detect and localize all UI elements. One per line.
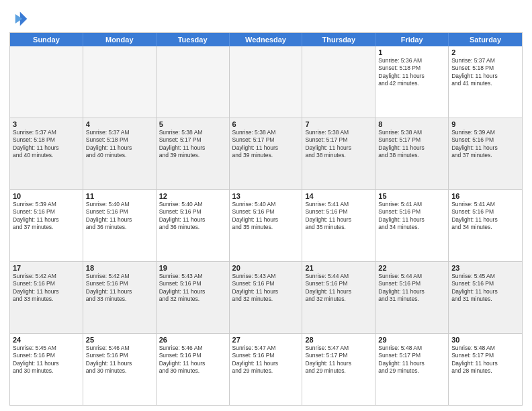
- day-info: Sunrise: 5:37 AMSunset: 5:18 PMDaylight:…: [451, 57, 519, 88]
- calendar-cell: 14Sunrise: 5:41 AMSunset: 5:16 PMDayligh…: [302, 190, 375, 261]
- header-day-tuesday: Tuesday: [157, 33, 230, 46]
- day-info: Sunrise: 5:47 AMSunset: 5:16 PMDaylight:…: [232, 345, 300, 375]
- calendar-cell: 23Sunrise: 5:45 AMSunset: 5:16 PMDayligh…: [449, 262, 522, 333]
- calendar-cell: 29Sunrise: 5:48 AMSunset: 5:17 PMDayligh…: [375, 334, 449, 405]
- calendar-cell: 3Sunrise: 5:37 AMSunset: 5:18 PMDaylight…: [10, 118, 83, 189]
- calendar-cell: 1Sunrise: 5:36 AMSunset: 5:18 PMDaylight…: [375, 46, 449, 118]
- day-info: Sunrise: 5:41 AMSunset: 5:16 PMDaylight:…: [305, 201, 372, 232]
- day-number: 8: [378, 120, 445, 128]
- day-info: Sunrise: 5:40 AMSunset: 5:16 PMDaylight:…: [86, 201, 153, 232]
- header-day-wednesday: Wednesday: [230, 33, 303, 46]
- calendar-row-4: 17Sunrise: 5:42 AMSunset: 5:16 PMDayligh…: [10, 261, 522, 333]
- calendar-cell: 18Sunrise: 5:42 AMSunset: 5:16 PMDayligh…: [83, 262, 157, 333]
- header-day-monday: Monday: [83, 33, 157, 46]
- day-info: Sunrise: 5:38 AMSunset: 5:17 PMDaylight:…: [305, 129, 372, 160]
- calendar-cell: 6Sunrise: 5:38 AMSunset: 5:17 PMDaylight…: [230, 118, 303, 189]
- day-number: 17: [13, 264, 80, 272]
- day-number: 9: [451, 120, 519, 128]
- calendar-cell: 17Sunrise: 5:42 AMSunset: 5:16 PMDayligh…: [10, 262, 83, 333]
- day-info: Sunrise: 5:40 AMSunset: 5:16 PMDaylight:…: [232, 201, 300, 232]
- day-number: 25: [86, 336, 153, 344]
- header-day-sunday: Sunday: [10, 33, 83, 46]
- calendar-cell: 4Sunrise: 5:37 AMSunset: 5:18 PMDaylight…: [83, 118, 157, 189]
- calendar-cell: 24Sunrise: 5:45 AMSunset: 5:16 PMDayligh…: [10, 334, 83, 405]
- day-info: Sunrise: 5:38 AMSunset: 5:17 PMDaylight:…: [159, 129, 226, 160]
- calendar-cell: 2Sunrise: 5:37 AMSunset: 5:18 PMDaylight…: [449, 46, 522, 118]
- header-day-thursday: Thursday: [302, 33, 375, 46]
- calendar-cell: 28Sunrise: 5:47 AMSunset: 5:17 PMDayligh…: [302, 334, 375, 405]
- calendar-cell: 10Sunrise: 5:39 AMSunset: 5:16 PMDayligh…: [10, 190, 83, 261]
- day-info: Sunrise: 5:45 AMSunset: 5:16 PMDaylight:…: [13, 345, 80, 375]
- day-info: Sunrise: 5:48 AMSunset: 5:17 PMDaylight:…: [451, 345, 519, 375]
- calendar-row-5: 24Sunrise: 5:45 AMSunset: 5:16 PMDayligh…: [10, 333, 522, 405]
- calendar-row-1: 1Sunrise: 5:36 AMSunset: 5:18 PMDaylight…: [10, 46, 522, 118]
- calendar-cell: 26Sunrise: 5:46 AMSunset: 5:16 PMDayligh…: [157, 334, 230, 405]
- day-number: 18: [86, 264, 153, 272]
- day-info: Sunrise: 5:42 AMSunset: 5:16 PMDaylight:…: [13, 273, 80, 304]
- day-number: 16: [451, 192, 519, 200]
- day-info: Sunrise: 5:44 AMSunset: 5:16 PMDaylight:…: [305, 273, 372, 304]
- day-info: Sunrise: 5:46 AMSunset: 5:16 PMDaylight:…: [86, 345, 153, 375]
- calendar-cell: 9Sunrise: 5:39 AMSunset: 5:16 PMDaylight…: [449, 118, 522, 189]
- day-number: 29: [378, 336, 445, 344]
- day-number: 22: [378, 264, 445, 272]
- calendar-cell: [230, 46, 303, 118]
- day-info: Sunrise: 5:43 AMSunset: 5:16 PMDaylight:…: [159, 273, 226, 304]
- day-number: 28: [305, 336, 372, 344]
- calendar-cell: 30Sunrise: 5:48 AMSunset: 5:17 PMDayligh…: [449, 334, 522, 405]
- day-number: 20: [232, 264, 300, 272]
- day-number: 21: [305, 264, 372, 272]
- day-number: 2: [451, 48, 519, 56]
- day-info: Sunrise: 5:41 AMSunset: 5:16 PMDaylight:…: [451, 201, 519, 232]
- calendar-cell: 27Sunrise: 5:47 AMSunset: 5:16 PMDayligh…: [230, 334, 303, 405]
- calendar-cell: 12Sunrise: 5:40 AMSunset: 5:16 PMDayligh…: [157, 190, 230, 261]
- day-number: 30: [451, 336, 519, 344]
- calendar-cell: 19Sunrise: 5:43 AMSunset: 5:16 PMDayligh…: [157, 262, 230, 333]
- day-number: 23: [451, 264, 519, 272]
- calendar-cell: 5Sunrise: 5:38 AMSunset: 5:17 PMDaylight…: [157, 118, 230, 189]
- calendar-body: 1Sunrise: 5:36 AMSunset: 5:18 PMDaylight…: [10, 46, 522, 405]
- day-info: Sunrise: 5:37 AMSunset: 5:18 PMDaylight:…: [13, 129, 80, 160]
- day-info: Sunrise: 5:43 AMSunset: 5:16 PMDaylight:…: [232, 273, 300, 304]
- logo-icon: [9, 9, 28, 28]
- calendar-cell: 22Sunrise: 5:44 AMSunset: 5:16 PMDayligh…: [375, 262, 449, 333]
- header-day-saturday: Saturday: [449, 33, 522, 46]
- calendar-cell: 16Sunrise: 5:41 AMSunset: 5:16 PMDayligh…: [449, 190, 522, 261]
- day-number: 19: [159, 264, 226, 272]
- calendar-cell: 15Sunrise: 5:41 AMSunset: 5:16 PMDayligh…: [375, 190, 449, 261]
- day-number: 1: [378, 48, 445, 56]
- calendar-header: SundayMondayTuesdayWednesdayThursdayFrid…: [10, 33, 522, 46]
- header: [9, 7, 523, 28]
- day-info: Sunrise: 5:48 AMSunset: 5:17 PMDaylight:…: [378, 345, 445, 375]
- day-number: 13: [232, 192, 300, 200]
- day-number: 14: [305, 192, 372, 200]
- day-info: Sunrise: 5:45 AMSunset: 5:16 PMDaylight:…: [451, 273, 519, 304]
- day-info: Sunrise: 5:44 AMSunset: 5:16 PMDaylight:…: [378, 273, 445, 304]
- calendar: SundayMondayTuesdayWednesdayThursdayFrid…: [9, 32, 523, 406]
- calendar-cell: 20Sunrise: 5:43 AMSunset: 5:16 PMDayligh…: [230, 262, 303, 333]
- calendar-row-3: 10Sunrise: 5:39 AMSunset: 5:16 PMDayligh…: [10, 189, 522, 261]
- day-number: 24: [13, 336, 80, 344]
- day-number: 7: [305, 120, 372, 128]
- day-number: 10: [13, 192, 80, 200]
- day-number: 12: [159, 192, 226, 200]
- calendar-row-2: 3Sunrise: 5:37 AMSunset: 5:18 PMDaylight…: [10, 118, 522, 189]
- day-info: Sunrise: 5:36 AMSunset: 5:18 PMDaylight:…: [378, 57, 445, 88]
- day-info: Sunrise: 5:39 AMSunset: 5:16 PMDaylight:…: [451, 129, 519, 160]
- day-number: 11: [86, 192, 153, 200]
- day-info: Sunrise: 5:41 AMSunset: 5:16 PMDaylight:…: [378, 201, 445, 232]
- day-number: 26: [159, 336, 226, 344]
- calendar-cell: 8Sunrise: 5:38 AMSunset: 5:17 PMDaylight…: [375, 118, 449, 189]
- day-info: Sunrise: 5:42 AMSunset: 5:16 PMDaylight:…: [86, 273, 153, 304]
- day-number: 3: [13, 120, 80, 128]
- logo: [9, 9, 31, 28]
- calendar-cell: [83, 46, 157, 118]
- day-info: Sunrise: 5:39 AMSunset: 5:16 PMDaylight:…: [13, 201, 80, 232]
- calendar-cell: [302, 46, 375, 118]
- day-info: Sunrise: 5:38 AMSunset: 5:17 PMDaylight:…: [378, 129, 445, 160]
- day-info: Sunrise: 5:37 AMSunset: 5:18 PMDaylight:…: [86, 129, 153, 160]
- page: SundayMondayTuesdayWednesdayThursdayFrid…: [0, 0, 532, 411]
- calendar-cell: 25Sunrise: 5:46 AMSunset: 5:16 PMDayligh…: [83, 334, 157, 405]
- day-number: 6: [232, 120, 300, 128]
- day-info: Sunrise: 5:40 AMSunset: 5:16 PMDaylight:…: [159, 201, 226, 232]
